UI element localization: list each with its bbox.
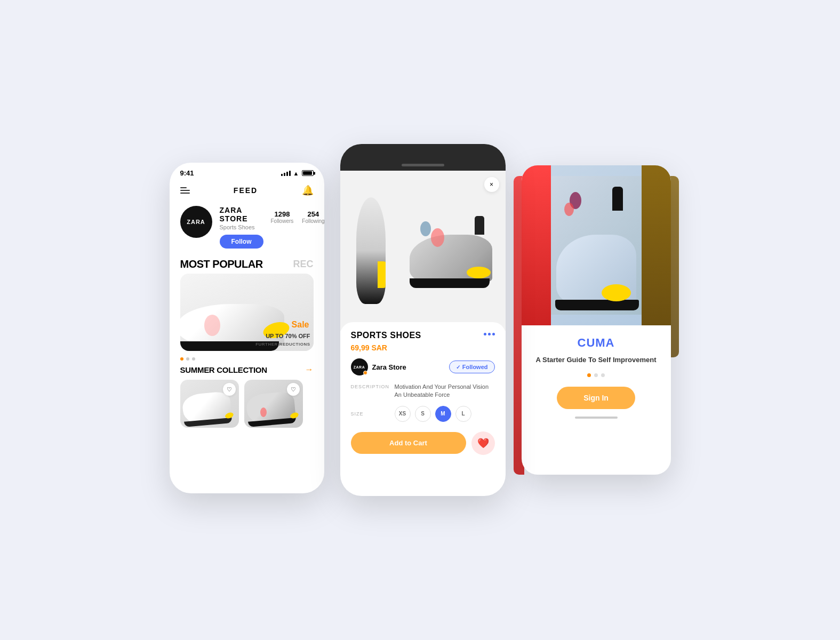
store-type: Sports Shoes bbox=[220, 224, 263, 230]
dot-1[interactable] bbox=[180, 357, 183, 361]
arrow-right-icon[interactable]: → bbox=[305, 365, 314, 374]
wishlist-button-2[interactable]: ♡ bbox=[287, 383, 300, 396]
product-header: SPORTS SHOES bbox=[351, 331, 495, 340]
product-detail: SPORTS SHOES 69,99 SAR ZARA Zara Store bbox=[340, 322, 506, 463]
cuma-dots bbox=[532, 373, 660, 377]
following-stat: 254 Following bbox=[302, 210, 324, 224]
seller-avatar: ZARA bbox=[351, 358, 368, 375]
shoe-sole-view bbox=[351, 192, 399, 309]
cuma-dot-1[interactable] bbox=[587, 373, 591, 377]
dot-3[interactable] bbox=[192, 357, 195, 361]
phone-notch-bar bbox=[340, 144, 506, 171]
status-icons: ▲ bbox=[281, 170, 314, 177]
size-xs[interactable]: XS bbox=[395, 406, 411, 422]
stats-row: 1298 Followers 254 Following bbox=[271, 210, 324, 224]
product-grid: ♡ ♡ bbox=[170, 380, 324, 428]
phone-cuma: CUMA A Starter Guide To Self Improvement… bbox=[522, 165, 671, 475]
following-label: Following bbox=[302, 218, 324, 224]
close-button[interactable]: × bbox=[484, 177, 499, 192]
size-label: SIZE bbox=[351, 411, 388, 417]
notch bbox=[402, 164, 444, 166]
time: 9:41 bbox=[180, 169, 194, 177]
cuma-content: CUMA A Starter Guide To Self Improvement… bbox=[522, 325, 671, 429]
summer-title: SUMMER COLLECTION bbox=[180, 365, 267, 374]
seller-info: ZARA Zara Store bbox=[351, 358, 406, 375]
signal-icon bbox=[281, 171, 291, 176]
cuma-shoe-area bbox=[551, 176, 642, 315]
cuma-subtitle: A Starter Guide To Self Improvement bbox=[532, 355, 660, 365]
cuma-dot-3[interactable] bbox=[601, 373, 605, 377]
desc-text: Motivation And Your Personal Vision An U… bbox=[395, 383, 495, 399]
further-text: FURTHER REDUCTIONS bbox=[255, 342, 310, 347]
cuma-brand: CUMA bbox=[532, 336, 660, 350]
size-options: XS S M L bbox=[395, 406, 471, 422]
phone-product: × bbox=[340, 144, 506, 496]
section-header: MOST POPULAR REC bbox=[170, 255, 324, 274]
size-l[interactable]: L bbox=[455, 406, 471, 422]
menu-icon[interactable] bbox=[180, 187, 190, 194]
shoe-img-2 bbox=[245, 391, 296, 427]
wishlist-button-1[interactable]: ♡ bbox=[223, 383, 236, 396]
red-stripe bbox=[522, 165, 551, 325]
profile-section: ZARA ZARA STORE Sports Shoes Follow 1298… bbox=[170, 201, 324, 255]
seller-row: ZARA Zara Store ✓ Followed bbox=[351, 358, 495, 375]
more-options-icon[interactable] bbox=[484, 331, 495, 335]
description-row: DESCRIPTION Motivation And Your Personal… bbox=[351, 383, 495, 399]
wishlist-cart-button[interactable]: ❤️ bbox=[471, 431, 495, 455]
cuma-dot-2[interactable] bbox=[594, 373, 598, 377]
phone-feed: 9:41 ▲ FEED 🔔 bbox=[170, 163, 324, 493]
followers-stat: 1298 Followers bbox=[271, 210, 294, 224]
followers-count: 1298 bbox=[271, 210, 294, 218]
phone-cuma-wrapper: CUMA A Starter Guide To Self Improvement… bbox=[522, 165, 671, 475]
cart-row: Add to Cart ❤️ bbox=[351, 431, 495, 455]
status-bar: 9:41 ▲ bbox=[170, 163, 324, 180]
banner-card[interactable]: Sale UP TO 70% OFF FURTHER REDUCTIONS bbox=[180, 274, 314, 351]
product-card-2[interactable]: ♡ bbox=[244, 380, 303, 428]
home-indicator bbox=[575, 417, 618, 419]
follow-button[interactable]: Follow bbox=[220, 235, 263, 249]
wifi-icon: ▲ bbox=[293, 170, 299, 177]
seller-online-dot bbox=[363, 371, 367, 375]
product-price: 69,99 SAR bbox=[351, 343, 495, 352]
desc-label: DESCRIPTION bbox=[351, 383, 388, 399]
size-m[interactable]: M bbox=[435, 406, 451, 422]
size-row: SIZE XS S M L bbox=[351, 406, 495, 422]
check-icon: ✓ bbox=[456, 364, 460, 370]
signin-button[interactable]: Sign In bbox=[557, 387, 635, 409]
nav-title: FEED bbox=[234, 186, 258, 195]
cuma-image-area bbox=[522, 165, 671, 325]
banner-dots bbox=[170, 357, 324, 365]
size-s[interactable]: S bbox=[415, 406, 431, 422]
summer-header: SUMMER COLLECTION → bbox=[170, 365, 324, 380]
followers-label: Followers bbox=[271, 218, 294, 224]
nav-bar: FEED 🔔 bbox=[170, 180, 324, 201]
sale-text: Sale bbox=[292, 320, 309, 330]
bell-icon[interactable]: 🔔 bbox=[302, 185, 314, 196]
followed-button[interactable]: ✓ Followed bbox=[449, 361, 495, 373]
section-rec: REC bbox=[293, 259, 313, 270]
product-image-area: × bbox=[340, 171, 506, 331]
product-card-1[interactable]: ♡ bbox=[180, 380, 239, 428]
followed-label: Followed bbox=[462, 364, 488, 370]
following-count: 254 bbox=[302, 210, 324, 218]
shoe-3d-view bbox=[340, 181, 506, 320]
product-name: SPORTS SHOES bbox=[351, 331, 421, 340]
add-to-cart-button[interactable]: Add to Cart bbox=[351, 432, 466, 454]
store-name: ZARA STORE bbox=[220, 206, 263, 223]
seller-name: Zara Store bbox=[372, 363, 406, 371]
dot-2[interactable] bbox=[186, 357, 189, 361]
wooden-stripe bbox=[642, 165, 671, 325]
profile-info: ZARA STORE Sports Shoes Follow bbox=[220, 206, 263, 249]
zara-logo: ZARA bbox=[180, 206, 212, 238]
banner-shoe-img bbox=[180, 287, 306, 351]
discount-text: UP TO 70% OFF bbox=[266, 333, 310, 339]
shoe-side-view bbox=[410, 213, 495, 288]
section-popular: MOST POPULAR bbox=[180, 258, 263, 270]
shoe-img-1 bbox=[181, 391, 232, 427]
battery-icon bbox=[302, 170, 314, 176]
